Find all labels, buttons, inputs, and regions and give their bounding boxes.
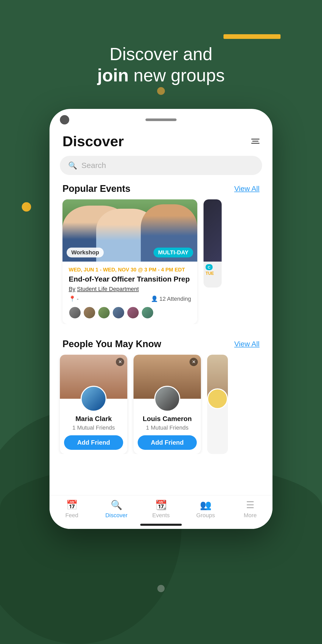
event-card-peek: C TUE: [204, 199, 222, 288]
avatar-third-partial: [207, 388, 228, 409]
person-avatar-wrap-maria: [60, 386, 127, 412]
phone-camera: [60, 115, 69, 124]
event-meta: 📍 - 👤 12 Attending: [69, 296, 191, 302]
nav-item-groups[interactable]: 👥 Groups: [183, 500, 228, 519]
people-title: People You May Know: [62, 339, 161, 349]
attendee-avatar-6: [141, 306, 154, 319]
people-scroll: ✕ Maria Clark 1 Mutual Friends Add Frien…: [50, 355, 272, 454]
app-header: Discover: [50, 124, 272, 156]
person-card-louis: ✕ Louis Cameron 1 Mutual Friends Add Fri…: [134, 355, 201, 454]
accent-bar: [223, 34, 281, 39]
dot-top: [157, 87, 165, 95]
filter-button[interactable]: [251, 139, 260, 144]
filter-line-1: [251, 139, 260, 139]
person-card-maria: ✕ Maria Clark 1 Mutual Friends Add Frien…: [60, 355, 127, 454]
attendee-avatar-5: [127, 306, 139, 319]
filter-line-3: [251, 143, 260, 144]
search-bar[interactable]: 🔍 Search: [60, 156, 262, 175]
person-mutual-maria: 1 Mutual Friends: [64, 424, 123, 431]
attendee-avatar-1: [69, 306, 81, 319]
people-view-all[interactable]: View All: [234, 340, 260, 348]
nav-item-discover[interactable]: 🔍 Discover: [94, 500, 139, 519]
search-icon: 🔍: [68, 161, 77, 170]
nav-item-feed[interactable]: 📅 Feed: [50, 500, 94, 519]
nav-label-discover: Discover: [105, 512, 128, 519]
popular-events-title: Popular Events: [62, 183, 130, 194]
nav-label-events: Events: [152, 512, 170, 519]
feed-icon: 📅: [66, 500, 78, 510]
add-friend-louis[interactable]: Add Friend: [138, 435, 197, 450]
person-card-third-partial: [207, 355, 228, 454]
event-name: End-of-Year Officer Transition Prep: [69, 275, 191, 284]
peek-top: [204, 199, 222, 262]
nav-item-more[interactable]: ☰ More: [228, 500, 272, 519]
person-name-louis: Louis Cameron: [138, 415, 197, 423]
discover-icon: 🔍: [111, 500, 122, 510]
event-card[interactable]: Workshop MULTI-DAY WED, JUN 1 - WED, NOV…: [62, 199, 197, 324]
event-by: By Student Life Department: [69, 286, 191, 292]
popular-events-view-all[interactable]: View All: [234, 185, 260, 193]
nav-label-more: More: [244, 512, 257, 519]
nav-label-groups: Groups: [196, 512, 215, 519]
event-location: 📍 -: [69, 296, 79, 302]
hero-bold: join: [97, 65, 129, 85]
event-attending: 👤 12 Attending: [151, 296, 191, 302]
popular-events-header: Popular Events View All: [50, 183, 272, 194]
avatar-maria: [81, 386, 107, 412]
events-scroll: Workshop MULTI-DAY WED, JUN 1 - WED, NOV…: [50, 199, 272, 324]
peek-date: TUE: [206, 271, 220, 276]
events-icon: 📆: [155, 500, 167, 510]
attendee-avatar-3: [98, 306, 110, 319]
hero-line2: join new groups: [0, 65, 322, 86]
person-name-maria: Maria Clark: [64, 415, 123, 423]
phone-speaker: [145, 118, 177, 121]
person-info-maria: Maria Clark 1 Mutual Friends Add Friend: [60, 412, 127, 454]
event-badge-workshop: Workshop: [67, 248, 104, 257]
event-date: WED, JUN 1 - WED, NOV 30 @ 3 PM - 4 PM E…: [69, 267, 191, 273]
filter-line-2: [252, 141, 258, 142]
attendee-avatars: [69, 306, 191, 319]
event-image: Workshop MULTI-DAY: [62, 199, 197, 262]
search-placeholder: Search: [81, 161, 106, 170]
app-content: Discover 🔍 Search Popular Events View Al…: [50, 124, 272, 524]
add-friend-maria[interactable]: Add Friend: [64, 435, 123, 450]
person-info-louis: Louis Cameron 1 Mutual Friends Add Frien…: [134, 412, 201, 454]
hero-rest: new groups: [129, 65, 225, 85]
event-organizer[interactable]: Student Life Department: [77, 286, 139, 292]
attendee-avatar-4: [112, 306, 125, 319]
hero-section: Discover and join new groups: [0, 44, 322, 86]
nav-item-events[interactable]: 📆 Events: [139, 500, 183, 519]
people-header: People You May Know View All: [50, 339, 272, 349]
person-avatar-wrap-louis: [134, 386, 201, 412]
home-indicator: [140, 524, 182, 526]
person-close-louis[interactable]: ✕: [190, 358, 198, 366]
event-info: WED, JUN 1 - WED, NOV 30 @ 3 PM - 4 PM E…: [62, 262, 197, 324]
peek-badge: C: [206, 264, 213, 270]
people-section: People You May Know View All ✕ Maria Cla…: [50, 334, 272, 454]
person-close-maria[interactable]: ✕: [116, 358, 124, 366]
phone-notch: [50, 109, 272, 124]
hero-line1: Discover and: [0, 44, 322, 65]
dot-left: [22, 202, 31, 212]
person-mutual-louis: 1 Mutual Friends: [138, 424, 197, 431]
peek-info: C TUE: [204, 262, 222, 278]
event-by-label: By: [69, 286, 75, 292]
attendee-avatar-2: [83, 306, 96, 319]
page-title: Discover: [62, 133, 124, 150]
groups-icon: 👥: [200, 500, 212, 510]
event-badge-multiday: MULTI-DAY: [153, 248, 193, 257]
phone-mockup: Discover 🔍 Search Popular Events View Al…: [50, 109, 272, 529]
nav-label-feed: Feed: [65, 512, 78, 519]
more-icon: ☰: [246, 500, 254, 510]
avatar-louis: [154, 386, 180, 412]
